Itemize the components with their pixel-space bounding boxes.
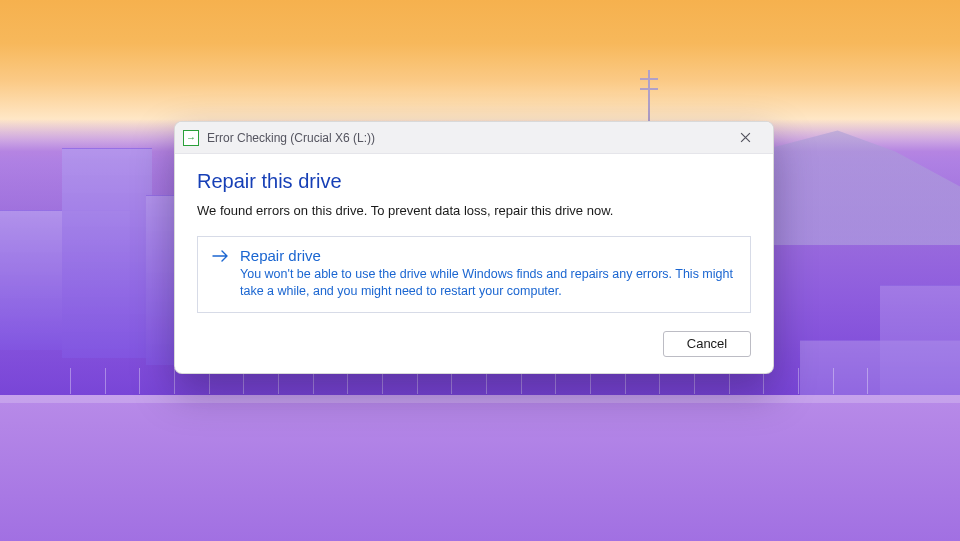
titlebar[interactable]: → Error Checking (Crucial X6 (L:)) bbox=[175, 122, 773, 154]
wallpaper-rooftop bbox=[0, 395, 960, 541]
close-button[interactable] bbox=[723, 123, 767, 153]
repair-drive-option[interactable]: Repair drive You won't be able to use th… bbox=[197, 236, 751, 313]
cancel-button[interactable]: Cancel bbox=[663, 331, 751, 357]
arrow-right-icon bbox=[212, 247, 230, 300]
error-checking-dialog: → Error Checking (Crucial X6 (L:)) Repai… bbox=[174, 121, 774, 374]
repair-drive-option-description: You won't be able to use the drive while… bbox=[240, 266, 736, 300]
dialog-body: Repair this drive We found errors on thi… bbox=[175, 154, 773, 373]
error-checking-icon: → bbox=[183, 130, 199, 146]
dialog-heading: Repair this drive bbox=[197, 170, 751, 193]
repair-drive-option-title: Repair drive bbox=[240, 247, 736, 264]
dialog-footer: Cancel bbox=[197, 313, 751, 357]
close-icon bbox=[740, 132, 751, 143]
dialog-message: We found errors on this drive. To preven… bbox=[197, 203, 751, 218]
repair-drive-option-body: Repair drive You won't be able to use th… bbox=[240, 247, 736, 300]
window-title: Error Checking (Crucial X6 (L:)) bbox=[207, 131, 723, 145]
